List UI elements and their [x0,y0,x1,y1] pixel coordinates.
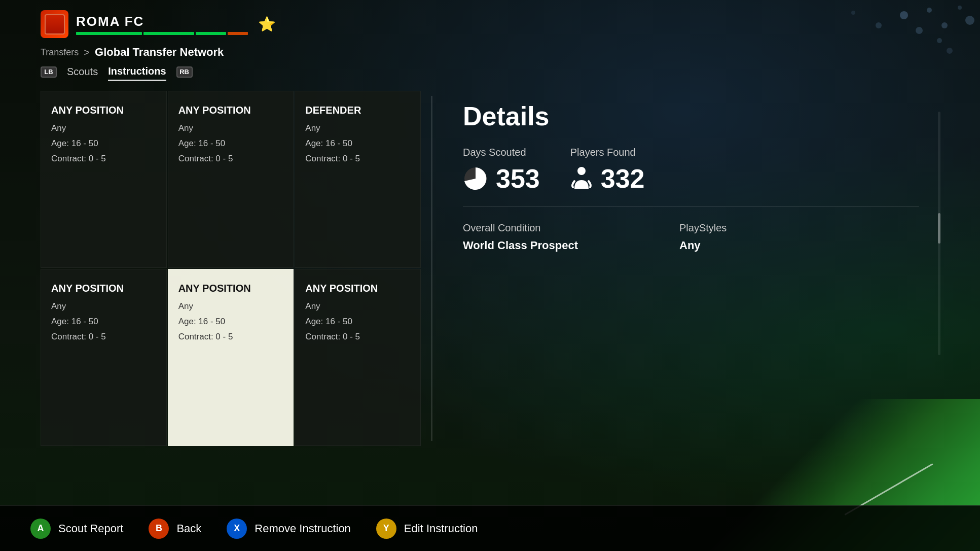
playstyles-value: Any [679,239,727,252]
instructions-grid: ANY POSITION Any Age: 16 - 50 Contract: … [41,91,421,446]
y-button-icon: Y [376,519,396,539]
card-3-contract: Contract: 0 - 5 [51,331,156,343]
overall-condition-value: World Class Prospect [463,239,578,252]
nav-tabs: LB Scouts Instructions RB [0,63,980,91]
card-1-title: ANY POSITION [178,104,283,116]
card-5-contract: Contract: 0 - 5 [305,331,410,343]
days-scouted-block: Days Scouted 353 [463,147,540,194]
rb-button[interactable]: RB [176,66,193,78]
details-panel: Details Days Scouted 353 [443,91,939,446]
x-button-icon: X [227,519,247,539]
instruction-card-2[interactable]: DEFENDER Any Age: 16 - 50 Contract: 0 - … [295,91,421,268]
stats-row: Days Scouted 353 Players Found [463,147,919,207]
action-bar: A Scout Report B Back X Remove Instructi… [0,505,980,551]
vertical-divider [431,96,432,441]
scrollbar-thumb[interactable] [938,213,940,244]
players-found-value-row: 332 [570,163,645,194]
playstyles-label: PlayStyles [679,222,727,234]
progress-seg-1 [76,32,142,35]
card-4-age: Age: 16 - 50 [178,316,283,328]
card-3-age: Age: 16 - 50 [51,316,156,328]
card-0-age: Age: 16 - 50 [51,137,156,150]
players-found-label: Players Found [570,147,645,158]
overall-condition-block: Overall Condition World Class Prospect [463,222,578,252]
card-2-title: DEFENDER [305,104,410,116]
card-1-age: Age: 16 - 50 [178,137,283,150]
back-label: Back [176,522,201,535]
progress-seg-3 [196,32,226,35]
details-title: Details [463,101,919,131]
edit-instruction-label: Edit Instruction [404,522,478,535]
playstyles-block: PlayStyles Any [679,222,727,252]
back-button[interactable]: B Back [149,519,201,539]
svg-point-11 [577,167,586,175]
instruction-card-1[interactable]: ANY POSITION Any Age: 16 - 50 Contract: … [168,91,294,268]
remove-instruction-button[interactable]: X Remove Instruction [227,519,351,539]
card-0-any: Any [51,122,156,134]
breadcrumb-separator: > [84,47,90,58]
card-1-contract: Contract: 0 - 5 [178,153,283,165]
card-5-title: ANY POSITION [305,282,410,294]
a-button-icon: A [30,519,51,539]
lb-button[interactable]: LB [41,66,57,78]
b-button-icon: B [149,519,169,539]
progress-seg-2 [143,32,194,35]
remove-instruction-label: Remove Instruction [255,522,351,535]
scout-report-label: Scout Report [58,522,123,535]
instruction-card-5[interactable]: ANY POSITION Any Age: 16 - 50 Contract: … [295,269,421,446]
card-0-contract: Contract: 0 - 5 [51,153,156,165]
club-badge [41,10,68,38]
card-4-title: ANY POSITION [178,282,283,294]
card-5-age: Age: 16 - 50 [305,316,410,328]
players-found-block: Players Found 332 [570,147,645,194]
pie-chart-icon [463,166,488,191]
club-badge-inner [45,14,65,35]
card-2-contract: Contract: 0 - 5 [305,153,410,165]
card-4-any: Any [178,300,283,313]
card-2-age: Age: 16 - 50 [305,137,410,150]
instruction-card-4[interactable]: ANY POSITION Any Age: 16 - 50 Contract: … [168,269,294,446]
club-name-area: ROMA FC [76,14,248,35]
players-found-number: 332 [601,163,645,194]
overall-condition-label: Overall Condition [463,222,578,234]
header: ROMA FC ⭐ [0,0,980,43]
card-5-any: Any [305,300,410,313]
progress-bar [76,32,248,35]
card-4-contract: Contract: 0 - 5 [178,331,283,343]
card-1-any: Any [178,122,283,134]
card-2-any: Any [305,122,410,134]
instruction-card-3[interactable]: ANY POSITION Any Age: 16 - 50 Contract: … [41,269,167,446]
star-icon: ⭐ [258,15,276,33]
tab-instructions[interactable]: Instructions [108,63,166,81]
card-0-title: ANY POSITION [51,104,156,116]
player-icon [570,166,593,191]
scrollbar-track [938,112,940,355]
breadcrumb: Transfers > Global Transfer Network [0,43,980,63]
days-scouted-label: Days Scouted [463,147,540,158]
main-content: ANY POSITION Any Age: 16 - 50 Contract: … [0,91,980,446]
page-content: ROMA FC ⭐ Transfers > Global Transfer Ne… [0,0,980,446]
scout-report-button[interactable]: A Scout Report [30,519,123,539]
condition-row: Overall Condition World Class Prospect P… [463,222,919,252]
edit-instruction-button[interactable]: Y Edit Instruction [376,519,478,539]
days-scouted-value-row: 353 [463,163,540,194]
progress-seg-4 [228,32,248,35]
club-name: ROMA FC [76,14,248,29]
instruction-card-0[interactable]: ANY POSITION Any Age: 16 - 50 Contract: … [41,91,167,268]
days-scouted-number: 353 [496,163,540,194]
tab-scouts[interactable]: Scouts [67,63,98,80]
breadcrumb-current: Global Transfer Network [95,46,224,59]
card-3-any: Any [51,300,156,313]
card-3-title: ANY POSITION [51,282,156,294]
breadcrumb-parent: Transfers [41,47,79,58]
